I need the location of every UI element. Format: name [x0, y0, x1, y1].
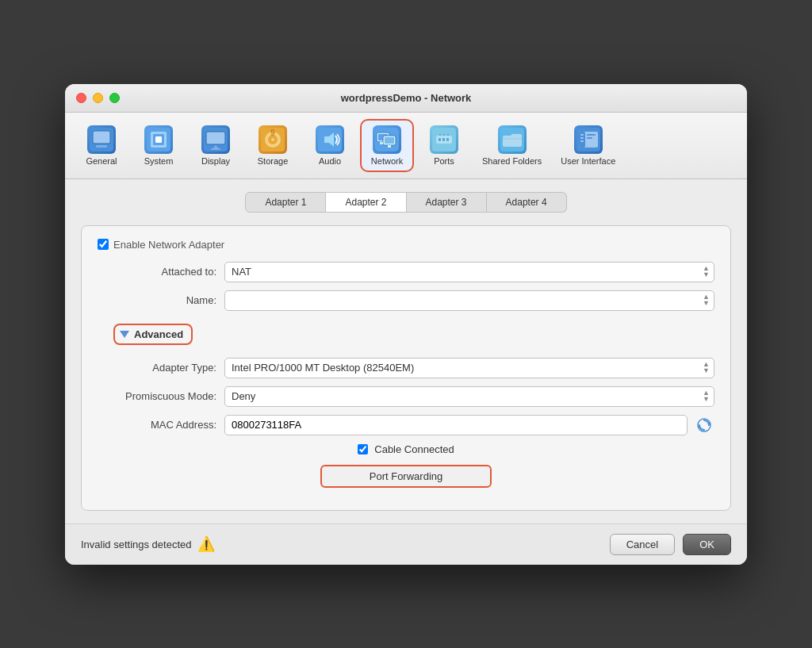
toolbar-item-storage[interactable]: 9 Storage [246, 121, 300, 171]
mac-address-input[interactable] [224, 415, 688, 435]
storage-label: Storage [258, 156, 289, 166]
adapter-type-label: Adapter Type: [98, 362, 224, 374]
toolbar-item-user-interface[interactable]: User Interface [553, 121, 623, 171]
mac-address-row: MAC Address: [98, 415, 714, 435]
system-label: System [144, 156, 174, 166]
svg-rect-25 [380, 142, 383, 144]
window-title: wordpressDemo - Network [341, 92, 472, 104]
promiscuous-select[interactable]: Deny Allow VMs Allow All [224, 386, 714, 407]
shared-folders-icon [498, 125, 527, 154]
network-label: Network [371, 156, 403, 166]
attached-to-select-wrapper: NAT Bridged Adapter Internal Network Hos… [224, 262, 714, 282]
close-button[interactable] [76, 93, 86, 103]
promiscuous-row: Promiscuous Mode: Deny Allow VMs Allow A… [98, 386, 714, 407]
warning-icon: ⚠️ [197, 535, 215, 553]
toolbar-item-network[interactable]: Network [360, 119, 414, 172]
advanced-highlight-border: Advanced [113, 324, 193, 345]
toolbar-item-audio[interactable]: Audio [303, 121, 357, 171]
attached-to-select[interactable]: NAT Bridged Adapter Internal Network Hos… [224, 262, 714, 282]
name-select[interactable] [224, 290, 714, 311]
svg-text:9: 9 [270, 128, 275, 137]
svg-rect-30 [442, 138, 445, 141]
tab-adapter4[interactable]: Adapter 4 [487, 192, 567, 213]
enable-adapter-label: Enable Network Adapter [113, 239, 224, 251]
cancel-button[interactable]: Cancel [610, 534, 675, 555]
toolbar: General System [65, 113, 747, 179]
general-label: General [86, 156, 117, 166]
toolbar-item-shared-folders[interactable]: Shared Folders [474, 121, 550, 171]
bottom-bar: Invalid settings detected ⚠️ Cancel OK [65, 523, 747, 565]
adapter-type-select[interactable]: Intel PRO/1000 MT Desktop (82540EM) [224, 358, 714, 378]
adapter-type-row: Adapter Type: Intel PRO/1000 MT Desktop … [98, 358, 714, 378]
svg-rect-37 [580, 137, 584, 139]
svg-rect-7 [155, 136, 162, 143]
content-area: Adapter 1 Adapter 2 Adapter 3 Adapter 4 … [65, 179, 747, 523]
ports-icon [430, 125, 458, 154]
mac-address-label: MAC Address: [98, 419, 224, 431]
name-row: Name: ▲▼ [98, 290, 714, 311]
main-window: wordpressDemo - Network General [65, 84, 747, 565]
toolbar-item-system[interactable]: System [132, 121, 186, 171]
system-icon [144, 125, 173, 154]
port-forwarding-container: Port Forwarding [98, 465, 714, 488]
toolbar-item-ports[interactable]: Ports [417, 121, 471, 171]
user-interface-icon [574, 125, 603, 154]
form-area: Enable Network Adapter Attached to: NAT … [81, 225, 731, 511]
adapter-type-select-wrapper: Intel PRO/1000 MT Desktop (82540EM) ▲▼ [224, 358, 714, 378]
enable-adapter-row: Enable Network Adapter [98, 239, 714, 251]
toolbar-item-display[interactable]: Display [189, 121, 243, 171]
maximize-button[interactable] [109, 93, 120, 103]
advanced-label: Advanced [134, 328, 183, 340]
svg-rect-36 [580, 134, 584, 136]
ok-button[interactable]: OK [683, 534, 731, 555]
svg-rect-38 [580, 140, 584, 142]
audio-icon [316, 125, 344, 154]
tab-adapter2[interactable]: Adapter 2 [326, 192, 406, 213]
svg-rect-26 [388, 145, 391, 148]
promiscuous-select-wrapper: Deny Allow VMs Allow All ▲▼ [224, 386, 714, 407]
promiscuous-label: Promiscuous Mode: [98, 390, 224, 402]
enable-adapter-checkbox[interactable] [98, 239, 109, 250]
tab-adapter3[interactable]: Adapter 3 [407, 192, 487, 213]
svg-rect-39 [587, 134, 596, 136]
adapter-tabs: Adapter 1 Adapter 2 Adapter 3 Adapter 4 [81, 192, 731, 213]
status-text: Invalid settings detected [81, 539, 191, 550]
name-select-wrapper: ▲▼ [224, 290, 714, 311]
tab-adapter1[interactable]: Adapter 1 [245, 192, 326, 213]
svg-point-16 [271, 138, 274, 141]
svg-rect-29 [439, 138, 441, 141]
cable-connected-row: Cable Connected [98, 443, 714, 455]
titlebar: wordpressDemo - Network [65, 84, 747, 113]
button-group: Cancel OK [610, 534, 731, 555]
display-label: Display [201, 156, 230, 166]
svg-rect-9 [206, 132, 225, 144]
status-area: Invalid settings detected ⚠️ [81, 535, 215, 553]
audio-label: Audio [319, 156, 341, 166]
svg-rect-1 [93, 131, 110, 144]
svg-rect-31 [446, 138, 449, 141]
user-interface-label: User Interface [561, 156, 615, 166]
display-icon [201, 125, 230, 154]
attached-to-row: Attached to: NAT Bridged Adapter Interna… [98, 262, 714, 282]
attached-to-label: Attached to: [98, 266, 224, 278]
name-label: Name: [98, 294, 224, 306]
svg-rect-24 [385, 137, 394, 144]
advanced-toggle[interactable]: Advanced [113, 319, 714, 350]
shared-folders-label: Shared Folders [482, 156, 542, 166]
cable-connected-checkbox[interactable] [358, 444, 368, 454]
mac-refresh-button[interactable] [694, 415, 714, 435]
svg-rect-40 [587, 137, 592, 139]
minimize-button[interactable] [93, 93, 103, 103]
cable-connected-label: Cable Connected [374, 443, 454, 455]
triangle-down-icon [120, 331, 129, 338]
port-forwarding-button[interactable]: Port Forwarding [320, 465, 492, 488]
svg-rect-3 [96, 145, 107, 148]
ports-label: Ports [434, 156, 454, 166]
window-controls [76, 93, 120, 103]
storage-icon: 9 [259, 125, 287, 154]
toolbar-item-general[interactable]: General [75, 121, 128, 171]
network-icon [373, 125, 401, 154]
svg-rect-12 [211, 148, 220, 150]
general-icon [87, 125, 116, 154]
